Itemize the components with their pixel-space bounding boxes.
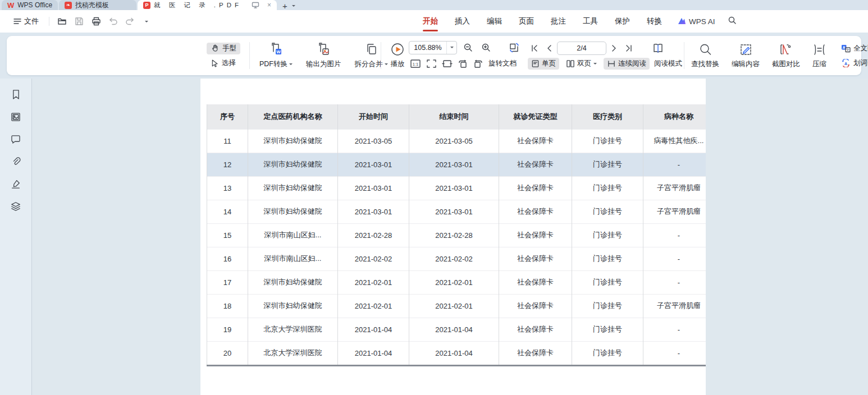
ribbon-tab-convert[interactable]: 转换 <box>638 10 670 33</box>
ribbon-tab-home[interactable]: 开始 <box>414 10 446 33</box>
zoom-chevron-icon[interactable] <box>446 42 456 54</box>
first-page-button[interactable] <box>528 42 541 55</box>
table-header-row: 序号 定点医药机构名称 开始时间 结束时间 就诊凭证类型 医疗类别 病种名称 住… <box>207 104 706 129</box>
attachments-panel-button[interactable] <box>9 156 22 167</box>
first-page-icon <box>531 44 538 52</box>
zoom-level-control[interactable]: 105.88% <box>409 41 457 54</box>
table-row[interactable]: 16深圳市南山区妇...2021-02-022021-02-02社会保障卡门诊挂… <box>207 247 706 270</box>
table-cell: 社会保障卡 <box>499 176 572 200</box>
ribbon-tab-comment[interactable]: 批注 <box>542 10 574 33</box>
wps-ai-button[interactable]: WPS AI <box>670 17 722 26</box>
continuous-read-button[interactable]: 连续阅读 <box>604 58 650 70</box>
play-icon <box>390 42 405 57</box>
one-to-one-icon: 1:1 <box>410 59 421 68</box>
actual-size-button[interactable]: 1:1 <box>409 57 422 71</box>
table-row[interactable]: 11深圳市妇幼保健院2021-03-052021-03-05社会保障卡门诊挂号病… <box>207 129 706 153</box>
play-presentation-button[interactable]: 播放 <box>386 42 409 69</box>
tab-close-icon[interactable]: × <box>267 1 271 9</box>
double-page-label: 双页 <box>577 59 591 68</box>
layers-panel-button[interactable] <box>9 201 22 212</box>
table-row[interactable]: 19北京大学深圳医院2021-01-042021-01-04社会保障卡门诊挂号-… <box>207 318 706 341</box>
read-mode-button[interactable]: 阅读模式 <box>654 59 682 68</box>
word-translate-label: 划词翻译 <box>853 58 868 68</box>
export-image-button[interactable]: 输出为图片 <box>302 42 345 69</box>
last-page-button[interactable] <box>622 42 636 55</box>
prev-page-button[interactable] <box>542 42 556 55</box>
rotate-doc-button[interactable]: 旋转文档 <box>488 59 517 68</box>
open-file-button[interactable] <box>55 15 70 28</box>
tab-wps-office[interactable]: W WPS Office <box>2 0 58 10</box>
table-cell: 2021-03-01 <box>409 200 499 223</box>
document-canvas[interactable]: 序号 定点医药机构名称 开始时间 结束时间 就诊凭证类型 医疗类别 病种名称 住… <box>32 79 868 395</box>
thumbnails-panel-button[interactable] <box>9 111 22 122</box>
find-replace-button[interactable]: 查找替换 <box>687 43 723 69</box>
next-page-button[interactable] <box>607 42 621 55</box>
toolbar: 手型 选择 W PDF转换 输出为图片 <box>7 36 861 75</box>
table-cell: 2021-03-05 <box>338 129 409 153</box>
table-row[interactable]: 12深圳市妇幼保健院2021-03-012021-03-01社会保障卡门诊挂号-… <box>207 153 706 176</box>
page-indicator-input[interactable]: 2/4 <box>557 42 606 55</box>
table-row[interactable]: 13深圳市妇幼保健院2021-03-012021-03-01社会保障卡门诊挂号子… <box>207 176 706 200</box>
full-translate-button[interactable]: A文 全文翻译 <box>837 43 868 54</box>
pdf-page[interactable]: 序号 定点医药机构名称 开始时间 结束时间 就诊凭证类型 医疗类别 病种名称 住… <box>200 79 706 395</box>
ribbon-tab-protect[interactable]: 保护 <box>606 10 638 33</box>
export-image-icon <box>316 42 331 57</box>
tab-document-pdf[interactable]: P 就 医 记 录 .PDF × <box>138 0 277 10</box>
pdf-convert-button[interactable]: W PDF转换 <box>255 42 296 69</box>
table-cell: 15 <box>207 223 248 247</box>
table-cell: 深圳市妇幼保健院 <box>248 294 338 318</box>
table-row[interactable]: 17深圳市妇幼保健院2021-02-012021-02-01社会保障卡门诊挂号-… <box>207 270 706 294</box>
double-page-button[interactable]: 双页 <box>563 58 600 70</box>
word-translate-button[interactable]: A 划词翻译 <box>837 57 868 69</box>
zoom-in-button[interactable] <box>479 41 493 54</box>
quick-access-chevron-icon[interactable] <box>139 15 154 28</box>
open-folder-icon <box>57 17 67 26</box>
rotate-pages-button[interactable] <box>508 41 521 54</box>
ribbon-tab-page[interactable]: 页面 <box>510 10 542 33</box>
fit-page-button[interactable] <box>424 57 438 71</box>
ribbon-tab-insert[interactable]: 插入 <box>446 10 478 33</box>
select-tool-button[interactable]: 选择 <box>207 57 240 69</box>
edit-content-label: 编辑内容 <box>732 59 760 69</box>
screenshot-compare-button[interactable]: 截图对比 <box>768 43 804 69</box>
fit-width-button[interactable] <box>440 57 454 71</box>
wps-logo-icon: W <box>7 2 14 9</box>
hand-tool-button[interactable]: 手型 <box>207 43 240 54</box>
zoom-out-button[interactable] <box>462 41 475 54</box>
comments-panel-button[interactable] <box>9 134 22 145</box>
rotate-left-button[interactable] <box>456 57 469 71</box>
undo-button[interactable] <box>106 15 120 28</box>
edit-content-button[interactable]: 编辑内容 <box>728 43 764 69</box>
table-row[interactable]: 18深圳市妇幼保健院2021-02-012021-02-01社会保障卡门诊挂号子… <box>207 294 706 318</box>
read-mode-book-icon <box>651 42 665 55</box>
tab-template-store[interactable]: ❧ 找稿壳模板 <box>59 0 136 10</box>
ribbon-tab-tools[interactable]: 工具 <box>574 10 606 33</box>
file-menu-label: 文件 <box>24 16 39 26</box>
table-row[interactable]: 15深圳市南山区妇...2021-02-282021-02-28社会保障卡门诊挂… <box>207 223 706 247</box>
table-row[interactable]: 20北京大学深圳医院2021-01-042021-01-04社会保障卡门诊挂号-… <box>207 341 706 365</box>
split-merge-button[interactable]: 拆分合并 <box>351 42 392 69</box>
compress-label: 压缩 <box>812 59 826 69</box>
table-cell: - <box>643 153 706 176</box>
save-button[interactable] <box>72 15 86 28</box>
menu-search-button[interactable] <box>722 16 742 27</box>
bookmarks-panel-button[interactable] <box>9 89 22 100</box>
svg-text:W: W <box>276 49 281 54</box>
print-button[interactable] <box>89 15 103 28</box>
table-row[interactable]: 14深圳市妇幼保健院2021-03-012021-03-01社会保障卡门诊挂号子… <box>207 200 706 223</box>
signature-panel-button[interactable] <box>9 178 22 190</box>
rotate-right-button[interactable] <box>472 57 485 71</box>
redo-icon <box>125 17 135 25</box>
chevron-left-icon <box>546 44 552 52</box>
screenshot-compare-label: 截图对比 <box>772 59 800 69</box>
compress-button[interactable]: 压缩 <box>808 43 830 69</box>
rotate-pages-icon <box>508 42 520 53</box>
full-translate-label: 全文翻译 <box>853 44 868 53</box>
new-tab-button[interactable]: + <box>282 2 287 10</box>
file-menu-button[interactable]: 文件 <box>9 14 43 29</box>
table-cell: 17 <box>207 270 248 294</box>
redo-button[interactable] <box>122 15 137 28</box>
single-page-button[interactable]: 单页 <box>528 58 559 70</box>
tab-list-chevron-icon[interactable] <box>292 5 295 8</box>
ribbon-tab-edit[interactable]: 编辑 <box>478 10 510 33</box>
